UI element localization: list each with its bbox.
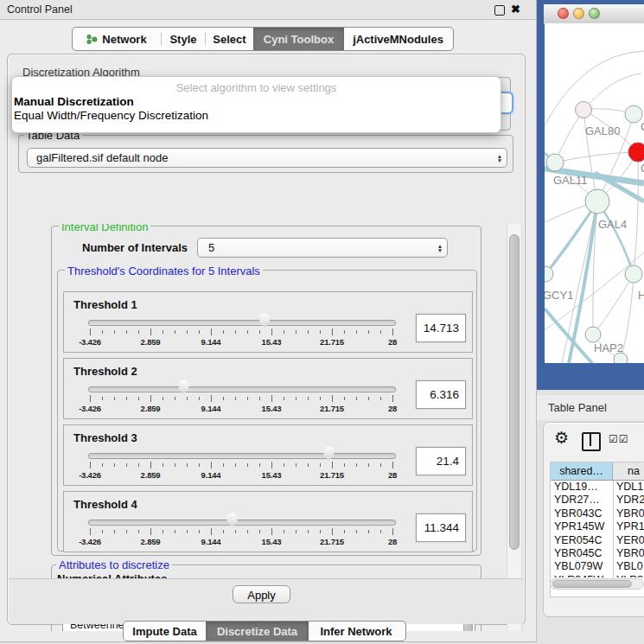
table-cell: YER0 (616, 534, 644, 547)
network-window-titlebar (544, 4, 644, 24)
table-row[interactable]: YER054CYER0 (551, 534, 644, 547)
number-of-intervals-combobox[interactable]: 5 ▲▼ (197, 238, 448, 258)
threshold-label: Threshold 1 (73, 298, 137, 311)
checkbox-icons[interactable]: ☑☑ (609, 433, 629, 445)
threshold-value-field[interactable]: 21.4 (416, 447, 466, 475)
node-table: shared… na YDL19…YDL1YDR27…YDR2YBR043CYB… (550, 462, 644, 597)
table-cell: YBR045C (551, 547, 614, 560)
tab-discretize-data[interactable]: Discretize Data (206, 622, 309, 641)
network-node-label: GAL11 (553, 174, 588, 187)
table-row[interactable]: YDL19…YDL1 (551, 481, 644, 494)
threshold-2-panel: Threshold 2 -3.4262.8599.14415.4321.7152… (63, 358, 473, 419)
table-cell: YBR0 (616, 507, 644, 520)
network-node-gal11[interactable] (546, 154, 564, 171)
network-node[interactable] (614, 353, 628, 363)
interval-definition-group: Interval Definition Number of Intervals … (51, 226, 481, 556)
network-node-label: H (638, 289, 644, 302)
column-header-name[interactable]: na (613, 462, 644, 481)
table-row[interactable]: YDR27…YDR2 (551, 494, 644, 507)
threshold-slider-track[interactable] (88, 520, 396, 526)
columns-icon[interactable] (582, 432, 601, 451)
slider-ticks (88, 462, 394, 469)
table-cell: YBR043C (551, 507, 614, 520)
minimize-traffic-light[interactable] (573, 8, 584, 19)
tab-style[interactable]: Style (162, 28, 205, 50)
slider-tick-labels: -3.4262.8599.14415.4321.71528 (88, 337, 394, 348)
network-node-label: G (641, 120, 644, 133)
table-panel-header: Table Panel (537, 395, 644, 420)
thresholds-group: Threshold's Coordinates for 5 Intervals … (57, 270, 477, 552)
threshold-slider-track[interactable] (88, 386, 396, 392)
network-node-hap2[interactable] (585, 327, 601, 342)
network-node-label: GAL4 (598, 218, 627, 231)
table-row[interactable]: YBR043CYBR0 (551, 507, 644, 520)
tab-select[interactable]: Select (206, 28, 253, 50)
window-title: Control Panel (7, 3, 73, 16)
table-cell: YDL1 (616, 481, 644, 494)
table-row[interactable]: YLR345WYLR3 (551, 574, 644, 577)
dropdown-prompt: Select algorithm to view settings (12, 81, 501, 94)
column-header-shared[interactable]: shared… (551, 462, 613, 481)
thresholds-group-title: Threshold's Coordinates for 5 Intervals (65, 265, 263, 277)
threshold-1-panel: Threshold 1 -3.4262.8599.14415.4321.7152… (63, 291, 473, 353)
threshold-label: Threshold 2 (73, 365, 137, 378)
tab-jactivemnodules[interactable]: jActiveMNodules (344, 28, 452, 50)
table-cell: YPR1 (616, 520, 644, 533)
network-node-c[interactable] (628, 143, 644, 162)
combobox-stepper-icon[interactable]: ▲▼ (433, 244, 447, 252)
threshold-value-field[interactable]: 11.344 (416, 513, 466, 542)
slider-tick-labels: -3.4262.8599.14415.4321.71528 (88, 404, 394, 414)
slider-ticks (88, 528, 394, 536)
top-tabbar: Network Style Select Cyni Toolbox jActiv… (72, 27, 454, 51)
panel-vertical-scrollbar[interactable] (507, 224, 522, 631)
dropdown-option-equal-width[interactable]: Equal Width/Frequency Discretization (14, 109, 208, 122)
gear-icon[interactable]: ⚙ (554, 428, 569, 448)
tab-impute-data[interactable]: Impute Data (124, 622, 206, 641)
tab-network[interactable]: Network (73, 28, 161, 50)
threshold-label: Threshold 3 (73, 431, 137, 444)
network-node-h[interactable] (625, 265, 642, 283)
threshold-slider-track[interactable] (88, 453, 396, 459)
table-row[interactable]: YBR045CYBR0 (551, 547, 644, 560)
tab-infer-network[interactable]: Infer Network (309, 622, 404, 641)
table-horizontal-scrollbar[interactable] (550, 578, 644, 590)
table-row[interactable]: YBL079WYBL0 (551, 560, 644, 573)
panel-scrollbar-thumb[interactable] (509, 234, 520, 550)
table-panel-title: Table Panel (548, 401, 607, 414)
close-traffic-light[interactable] (558, 8, 569, 19)
threshold-value-field[interactable]: 6.316 (416, 380, 466, 409)
table-cell: YDR2 (616, 494, 644, 507)
close-icon[interactable]: ✖ (511, 3, 520, 16)
table-data-value: galFiltered.sif default node (28, 151, 493, 164)
table-cell: YDL19… (551, 481, 614, 494)
table-cell: YLR3 (616, 574, 644, 577)
table-cell: YBL079W (551, 560, 614, 573)
slider-tick-labels: -3.4262.8599.14415.4321.71528 (88, 537, 394, 547)
table-rows: YDL19…YDL1YDR27…YDR2YBR043CYBR0YPR145WYP… (551, 481, 644, 577)
zoom-traffic-light[interactable] (589, 8, 600, 19)
network-node-label: HAP2 (594, 341, 623, 354)
float-window-icon[interactable] (494, 5, 505, 16)
threshold-value-field[interactable]: 14.713 (416, 314, 466, 342)
network-node-gal4[interactable] (585, 189, 609, 214)
network-node-gcy1[interactable] (545, 266, 553, 282)
attributes-group-title: Attributes to discretize (56, 559, 172, 571)
tab-cyni-toolbox[interactable]: Cyni Toolbox (253, 28, 344, 50)
number-of-intervals-value: 5 (198, 241, 433, 254)
table-row[interactable]: YPR145WYPR1 (551, 520, 644, 533)
combobox-stepper-icon[interactable]: ▲▼ (493, 154, 507, 163)
network-canvas[interactable]: GAL80GCGAL11GAL4GCY1HHAP2 (545, 23, 644, 363)
table-cell: YBL0 (616, 560, 644, 573)
threshold-slider-track[interactable] (88, 320, 396, 326)
table-hscrollbar-thumb[interactable] (552, 580, 632, 588)
control-panel-titlebar: Control Panel ✖ (0, 0, 536, 20)
threshold-3-panel: Threshold 3 -3.4262.8599.14415.4321.7152… (63, 424, 473, 486)
network-node-gal80[interactable] (576, 102, 592, 118)
tab-network-label: Network (102, 33, 146, 46)
network-node-label: C (641, 162, 644, 175)
table-cell: YLR345W (551, 574, 614, 577)
network-node-g[interactable] (625, 105, 642, 123)
table-data-combobox[interactable]: galFiltered.sif default node ▲▼ (27, 148, 507, 168)
apply-button[interactable]: Apply (233, 585, 290, 603)
dropdown-option-manual[interactable]: Manual Discretization (14, 95, 134, 108)
